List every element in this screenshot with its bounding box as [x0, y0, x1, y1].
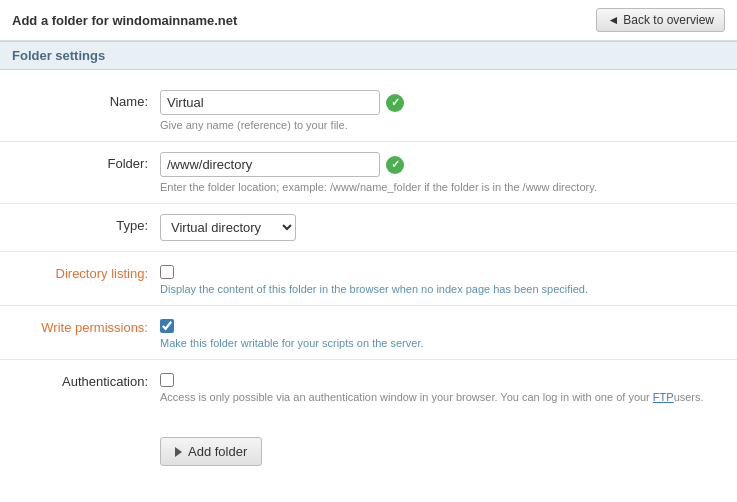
- add-folder-label: Add folder: [188, 444, 247, 459]
- write-perm-row: Write permissions: Make this folder writ…: [0, 306, 737, 360]
- auth-row: Authentication: Access is only possible …: [0, 360, 737, 413]
- folder-label: Folder:: [0, 152, 160, 171]
- auth-hint: Access is only possible via an authentic…: [160, 391, 737, 403]
- section-header: Folder settings: [0, 41, 737, 70]
- auth-hint-text2: users.: [674, 391, 704, 403]
- domain-name: windomainname.net: [112, 13, 237, 28]
- folder-control: ✓ Enter the folder location; example: /w…: [160, 152, 737, 193]
- name-label: Name:: [0, 90, 160, 109]
- name-input[interactable]: [160, 90, 380, 115]
- auth-label: Authentication:: [0, 370, 160, 389]
- back-to-overview-button[interactable]: ◄ Back to overview: [596, 8, 725, 32]
- type-select[interactable]: Virtual directory Physical directory: [160, 214, 296, 241]
- title-prefix: Add a folder for: [12, 13, 112, 28]
- type-row: Type: Virtual directory Physical directo…: [0, 204, 737, 252]
- dir-listing-input-row: [160, 262, 737, 279]
- name-row: Name: ✓ Give any name (reference) to you…: [0, 80, 737, 142]
- folder-input[interactable]: [160, 152, 380, 177]
- add-folder-button[interactable]: Add folder: [160, 437, 262, 466]
- section-title: Folder settings: [12, 48, 105, 63]
- page-title: Add a folder for windomainname.net: [12, 13, 237, 28]
- write-perm-label: Write permissions:: [0, 316, 160, 335]
- write-perm-control: Make this folder writable for your scrip…: [160, 316, 737, 349]
- name-input-row: ✓: [160, 90, 737, 115]
- dir-listing-row: Directory listing: Display the content o…: [0, 252, 737, 306]
- write-perm-hint: Make this folder writable for your scrip…: [160, 337, 737, 349]
- auth-control: Access is only possible via an authentic…: [160, 370, 737, 403]
- write-perm-input-row: [160, 316, 737, 333]
- write-perm-checkbox[interactable]: [160, 319, 174, 333]
- type-label: Type:: [0, 214, 160, 233]
- back-button-label: Back to overview: [623, 13, 714, 27]
- page-header: Add a folder for windomainname.net ◄ Bac…: [0, 0, 737, 41]
- name-control: ✓ Give any name (reference) to your file…: [160, 90, 737, 131]
- name-hint: Give any name (reference) to your file.: [160, 119, 737, 131]
- auth-input-row: [160, 370, 737, 387]
- back-icon: ◄: [607, 13, 619, 27]
- auth-checkbox[interactable]: [160, 373, 174, 387]
- ftp-link[interactable]: FTP: [653, 391, 674, 403]
- auth-hint-text1: Access is only possible via an authentic…: [160, 391, 653, 403]
- dir-listing-hint: Display the content of this folder in th…: [160, 283, 737, 295]
- type-control: Virtual directory Physical directory: [160, 214, 737, 241]
- name-valid-icon: ✓: [386, 94, 404, 112]
- folder-row: Folder: ✓ Enter the folder location; exa…: [0, 142, 737, 204]
- add-folder-icon: [175, 447, 182, 457]
- folder-valid-icon: ✓: [386, 156, 404, 174]
- form-body: Name: ✓ Give any name (reference) to you…: [0, 70, 737, 423]
- dir-listing-label: Directory listing:: [0, 262, 160, 281]
- dir-listing-control: Display the content of this folder in th…: [160, 262, 737, 295]
- dir-listing-checkbox[interactable]: [160, 265, 174, 279]
- folder-input-row: ✓: [160, 152, 737, 177]
- folder-hint: Enter the folder location; example: /www…: [160, 181, 737, 193]
- type-input-row: Virtual directory Physical directory: [160, 214, 737, 241]
